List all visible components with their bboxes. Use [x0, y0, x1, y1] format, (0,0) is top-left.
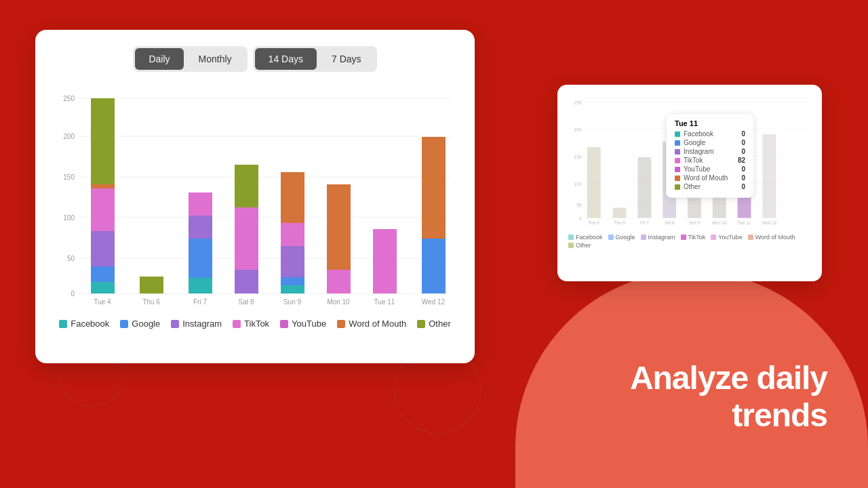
svg-text:Sat 8: Sat 8: [665, 220, 675, 225]
monthly-button[interactable]: Monthly: [185, 48, 245, 70]
tiktok-legend-label: TikTok: [244, 319, 269, 329]
svg-rect-25: [189, 278, 212, 293]
legend-facebook: Facebook: [59, 319, 109, 329]
small-legend-youtube: YouTube: [711, 234, 742, 241]
period-type-group: Daily Monthly: [133, 46, 247, 72]
svg-text:Tue 11: Tue 11: [374, 298, 395, 306]
svg-text:150: 150: [63, 174, 75, 181]
svg-text:Sat 8: Sat 8: [238, 298, 254, 306]
tooltip-other-dot: [675, 184, 680, 190]
svg-rect-62: [637, 157, 651, 218]
small-legend-other-label: Other: [576, 242, 591, 249]
facebook-legend-dot: [59, 320, 67, 328]
small-legend-other: Other: [568, 242, 591, 249]
instagram-legend-dot: [171, 320, 179, 328]
fourteen-days-button[interactable]: 14 Days: [255, 48, 317, 70]
facebook-legend-label: Facebook: [71, 319, 109, 329]
tooltip-google-label: Google: [684, 139, 738, 146]
svg-text:0: 0: [71, 290, 75, 298]
svg-rect-17: [91, 188, 115, 231]
svg-text:100: 100: [63, 214, 75, 222]
svg-rect-31: [235, 207, 258, 270]
legend-other: Other: [417, 319, 451, 329]
instagram-legend-label: Instagram: [182, 319, 222, 329]
tooltip-row-other: Other 0: [675, 183, 745, 190]
analyze-line1: Analyze daily: [630, 359, 827, 396]
svg-text:100: 100: [574, 182, 582, 186]
svg-rect-67: [762, 134, 776, 218]
google-legend-label: Google: [132, 319, 160, 329]
svg-text:0: 0: [579, 217, 582, 222]
svg-rect-46: [422, 137, 446, 239]
svg-text:Sun 9: Sun 9: [689, 220, 701, 225]
wom-legend-dot: [337, 320, 345, 328]
svg-text:50: 50: [576, 203, 582, 207]
svg-text:200: 200: [63, 133, 75, 140]
svg-rect-18: [91, 184, 115, 188]
small-legend-facebook: Facebook: [568, 234, 603, 241]
svg-rect-28: [189, 192, 212, 216]
small-legend-wom: Word of Mouth: [748, 234, 795, 241]
svg-rect-14: [91, 282, 115, 293]
range-group: 14 Days 7 Days: [253, 46, 377, 72]
seven-days-button[interactable]: 7 Days: [318, 48, 375, 70]
tooltip-row-tiktok: TikTok 82: [675, 157, 745, 164]
svg-rect-34: [281, 285, 304, 293]
svg-rect-43: [373, 229, 397, 293]
wom-legend-label: Word of Mouth: [349, 319, 406, 329]
youtube-legend-dot: [280, 320, 288, 328]
tooltip-row-youtube: YouTube 0: [675, 165, 745, 173]
svg-rect-41: [327, 184, 351, 270]
svg-text:250: 250: [63, 95, 75, 102]
tooltip-tiktok-label: TikTok: [684, 157, 734, 164]
tooltip: Tue 11 Facebook 0 Google 0 Instagram 0 T…: [666, 113, 754, 198]
chart-legend: Facebook Google Instagram TikTok YouTube…: [57, 319, 453, 329]
tooltip-tiktok-dot: [675, 158, 680, 163]
small-legend-instagram: Instagram: [641, 234, 675, 241]
svg-rect-30: [235, 270, 258, 293]
legend-google: Google: [120, 319, 160, 329]
legend-instagram: Instagram: [171, 319, 222, 329]
legend-youtube: YouTube: [280, 319, 326, 329]
small-legend-wom-label: Word of Mouth: [755, 234, 795, 241]
daily-button[interactable]: Daily: [135, 48, 183, 70]
tiktok-legend-dot: [233, 320, 241, 328]
svg-rect-45: [422, 239, 446, 293]
small-legend-facebook-label: Facebook: [576, 234, 603, 241]
main-chart-area: 250 200 150 100 50 0: [57, 83, 453, 313]
main-card: Daily Monthly 14 Days 7 Days 250 200 150…: [35, 30, 475, 363]
svg-rect-60: [587, 147, 601, 218]
toolbar: Daily Monthly 14 Days 7 Days: [57, 46, 453, 72]
legend-tiktok: TikTok: [233, 319, 269, 329]
svg-text:150: 150: [574, 155, 582, 159]
tooltip-facebook-value: 0: [741, 130, 745, 138]
svg-text:Thu 6: Thu 6: [142, 298, 160, 306]
tooltip-youtube-label: YouTube: [684, 165, 738, 173]
tooltip-tiktok-value: 82: [738, 157, 745, 164]
svg-rect-61: [613, 208, 627, 218]
svg-text:Tue 4: Tue 4: [589, 220, 600, 225]
google-legend-dot: [120, 320, 128, 328]
tooltip-facebook-dot: [675, 131, 680, 137]
svg-text:Thu 6: Thu 6: [614, 220, 625, 225]
tooltip-facebook-label: Facebook: [684, 130, 738, 138]
svg-rect-37: [281, 223, 304, 246]
small-legend-instagram-label: Instagram: [648, 234, 675, 241]
svg-text:Tue 11: Tue 11: [738, 220, 751, 225]
svg-text:Fri 7: Fri 7: [193, 298, 207, 306]
svg-rect-19: [91, 98, 115, 184]
svg-rect-15: [91, 266, 115, 282]
svg-text:Mon 10: Mon 10: [327, 298, 350, 306]
main-chart-svg: 250 200 150 100 50 0: [57, 83, 453, 313]
svg-text:200: 200: [574, 127, 582, 132]
svg-rect-35: [281, 277, 304, 285]
svg-text:250: 250: [574, 100, 582, 105]
tooltip-instagram-value: 0: [741, 148, 745, 155]
tooltip-youtube-value: 0: [741, 165, 745, 173]
tooltip-wom-dot: [675, 176, 680, 181]
svg-rect-16: [91, 231, 115, 266]
tooltip-wom-label: Word of Mouth: [684, 174, 738, 182]
tooltip-row-google: Google 0: [675, 139, 745, 146]
small-legend-tiktok: TikTok: [681, 234, 706, 241]
small-legend-youtube-label: YouTube: [718, 234, 742, 241]
